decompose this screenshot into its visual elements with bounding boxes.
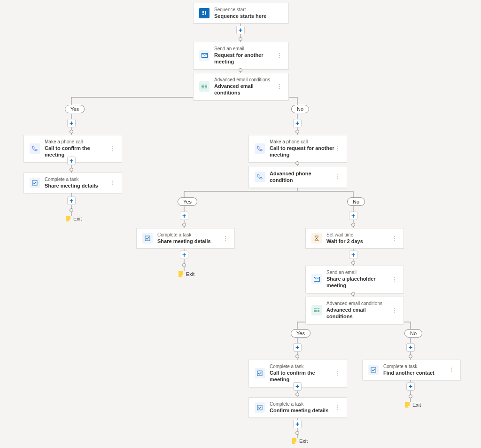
sequence-canvas: Sequence start Sequence starts here + Se…	[0, 0, 481, 448]
connector-dot	[295, 431, 299, 435]
node-subtitle: Complete a task	[157, 232, 222, 238]
connector-dot	[295, 354, 299, 358]
add-step-button[interactable]: +	[349, 251, 357, 259]
branch-yes-label[interactable]: Yes	[65, 105, 85, 113]
add-step-button[interactable]: +	[180, 251, 188, 259]
node-title: Share a placeholder meeting	[326, 275, 391, 289]
node-title: Wait for 2 days	[326, 238, 391, 244]
node-subtitle: Make a phone call	[45, 139, 109, 145]
node-subtitle: Make a phone call	[270, 139, 334, 145]
connector-dot	[351, 223, 355, 227]
condition-icon	[199, 81, 209, 92]
connector-dot	[409, 394, 412, 398]
node-title: Request for another meeting	[214, 52, 276, 65]
connector-dot	[239, 68, 242, 72]
sequence-start-icon	[199, 8, 209, 18]
connector-dot	[182, 263, 186, 267]
node-title: Advanced email conditions	[214, 83, 276, 96]
task-node[interactable]: Complete a task Find another contact ⋯	[362, 360, 461, 380]
more-menu-icon[interactable]: ⋯	[334, 370, 341, 377]
task-icon	[255, 402, 265, 413]
task-icon	[30, 178, 40, 188]
node-title: Find another contact	[383, 369, 448, 376]
more-menu-icon[interactable]: ⋯	[109, 180, 116, 186]
svg-rect-50	[257, 405, 262, 410]
add-step-button[interactable]: +	[293, 119, 302, 127]
exit-flag-icon	[405, 402, 410, 408]
more-menu-icon[interactable]: ⋯	[391, 276, 398, 283]
phone-icon	[30, 143, 40, 154]
add-step-button[interactable]: +	[67, 119, 76, 127]
node-title: Advanced phone condition	[270, 170, 334, 184]
svg-rect-49	[257, 371, 262, 376]
task-icon	[255, 368, 265, 378]
hourglass-icon	[311, 233, 322, 244]
more-menu-icon[interactable]: ⋯	[334, 173, 341, 180]
svg-rect-51	[371, 368, 376, 372]
node-subtitle: Complete a task	[45, 177, 109, 182]
node-subtitle: Advanced email conditions	[214, 77, 276, 83]
connector-dot	[295, 393, 299, 396]
add-step-button[interactable]: +	[67, 157, 76, 165]
node-subtitle: Advanced email conditions	[326, 301, 391, 307]
task-node[interactable]: Complete a task Share meeting details ⋯	[136, 228, 235, 249]
connector-dot	[182, 223, 186, 227]
sequence-start-node[interactable]: Sequence start Sequence starts here	[193, 3, 289, 24]
connector-dot	[239, 37, 242, 41]
add-step-button[interactable]: +	[406, 382, 415, 391]
send-email-node[interactable]: Send an email Request for another meetin…	[193, 42, 289, 70]
exit-marker: Exit	[405, 402, 421, 408]
send-email-node[interactable]: Send an email Share a placeholder meetin…	[305, 266, 404, 293]
phone-condition-node[interactable]: Advanced phone condition ⋯	[248, 166, 347, 188]
node-subtitle: Complete a task	[270, 401, 334, 407]
phone-call-node[interactable]: Make a phone call Call to request for an…	[248, 135, 347, 163]
phone-icon	[255, 143, 265, 154]
add-step-button[interactable]: +	[293, 343, 302, 352]
more-menu-icon[interactable]: ⋯	[222, 235, 229, 242]
email-icon	[311, 274, 322, 284]
connector-dot	[295, 130, 299, 134]
connector-dot	[351, 261, 355, 265]
task-node[interactable]: Complete a task Confirm meeting details …	[248, 397, 347, 418]
node-subtitle: Sequence start	[214, 7, 283, 13]
more-menu-icon[interactable]: ⋯	[276, 52, 283, 59]
more-menu-icon[interactable]: ⋯	[391, 235, 398, 242]
add-step-button[interactable]: +	[293, 382, 302, 391]
more-menu-icon[interactable]: ⋯	[391, 307, 398, 314]
more-menu-icon[interactable]: ⋯	[448, 367, 455, 373]
phone-condition-icon	[255, 172, 265, 182]
node-title: Call to request for another meeting	[270, 145, 334, 158]
email-icon	[199, 50, 209, 61]
add-step-button[interactable]: +	[67, 196, 76, 205]
connector-dot	[409, 354, 412, 358]
branch-no-label[interactable]: No	[291, 105, 309, 113]
svg-rect-29	[202, 11, 204, 13]
more-menu-icon[interactable]: ⋯	[334, 404, 341, 411]
exit-flag-icon	[178, 271, 183, 277]
exit-marker: Exit	[292, 438, 308, 444]
task-node[interactable]: Complete a task Share meeting details ⋯	[23, 173, 122, 193]
node-title: Advanced email conditions	[326, 307, 391, 320]
more-menu-icon[interactable]: ⋯	[276, 83, 283, 90]
svg-rect-30	[205, 11, 206, 13]
add-step-button[interactable]: +	[236, 26, 245, 34]
node-subtitle: Send an email	[326, 270, 391, 275]
connector-dot	[70, 168, 73, 172]
add-step-button[interactable]: +	[180, 212, 188, 220]
node-subtitle: Complete a task	[270, 364, 334, 369]
more-menu-icon[interactable]: ⋯	[334, 145, 341, 152]
email-condition-node[interactable]: Advanced email conditions Advanced email…	[193, 73, 289, 101]
connector-dot	[70, 208, 73, 212]
more-menu-icon[interactable]: ⋯	[109, 145, 116, 152]
add-step-button[interactable]: +	[293, 420, 302, 428]
exit-flag-icon	[66, 216, 70, 221]
add-step-button[interactable]: +	[349, 212, 357, 220]
branch-no-label[interactable]: No	[404, 329, 422, 338]
email-condition-node[interactable]: Advanced email conditions Advanced email…	[305, 297, 404, 324]
wait-node[interactable]: Set wait time Wait for 2 days ⋯	[305, 228, 404, 249]
branch-yes-label[interactable]: Yes	[178, 197, 197, 206]
exit-flag-icon	[292, 438, 296, 444]
branch-no-label[interactable]: No	[347, 197, 365, 206]
branch-yes-label[interactable]: Yes	[291, 329, 310, 338]
add-step-button[interactable]: +	[406, 343, 415, 352]
